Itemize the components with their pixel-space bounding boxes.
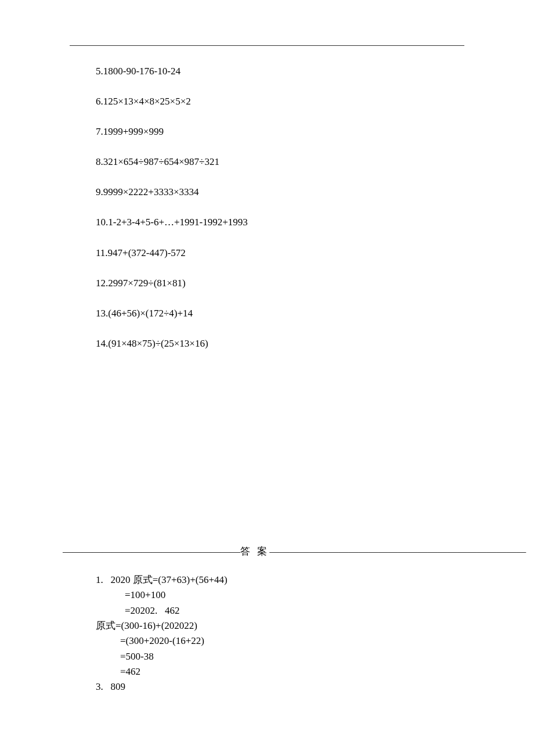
problem-7: 7.1999+999×999	[96, 125, 444, 138]
problem-10: 10.1-2+3-4+5-6+…+1991-1992+1993	[96, 216, 444, 229]
answer-3-line-1: 3. 809	[96, 679, 444, 694]
problem-9: 9.9999×2222+3333×3334	[96, 186, 444, 199]
answer-2-line-1: 原式=(300-16)+(202022)	[96, 618, 444, 633]
answer-1-line-2: =100+100	[96, 588, 444, 603]
problem-5: 5.1800-90-176-10-24	[96, 65, 444, 78]
problem-11: 11.947+(372-447)-572	[96, 247, 444, 260]
page-top-rule	[70, 45, 464, 46]
problems-list: 5.1800-90-176-10-24 6.125×13×4×8×25×5×2 …	[96, 65, 444, 368]
divider-dash-right: ——————————————————————————	[269, 546, 526, 557]
answers-divider: ——————————————————答 案———————————————————…	[63, 545, 481, 558]
answer-2-line-3: =500-38	[96, 649, 444, 664]
divider-label: 答 案	[240, 546, 269, 557]
problem-8: 8.321×654÷987÷654×987÷321	[96, 156, 444, 168]
divider-dash-left: ——————————————————	[63, 546, 240, 557]
answer-2-line-4: =462	[96, 664, 444, 679]
problem-12: 12.2997×729÷(81×81)	[96, 277, 444, 290]
problem-6: 6.125×13×4×8×25×5×2	[96, 95, 444, 108]
problem-13: 13.(46+56)×(172÷4)+14	[96, 307, 444, 320]
answer-2-line-2: =(300+2020-(16+22)	[96, 633, 444, 649]
answer-1-line-3: =20202. 462	[96, 603, 444, 618]
problem-14: 14.(91×48×75)÷(25×13×16)	[96, 337, 444, 350]
answer-1-line-1: 1. 2020 原式=(37+63)+(56+44)	[96, 573, 444, 588]
answers-block: 1. 2020 原式=(37+63)+(56+44) =100+100 =202…	[96, 573, 444, 695]
